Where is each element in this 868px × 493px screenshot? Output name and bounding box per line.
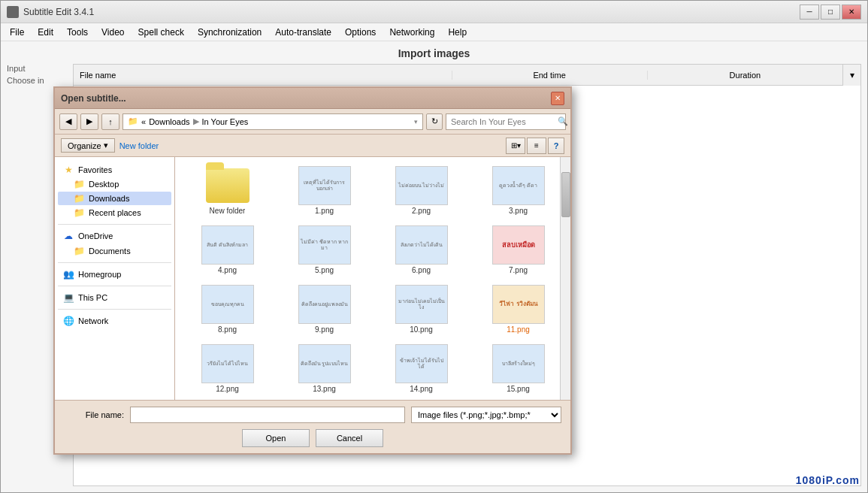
network-label: Network — [78, 316, 108, 325]
list-item[interactable]: ไม่มีค่า ชีดหาก หากมา 5.png — [278, 222, 370, 277]
menu-options[interactable]: Options — [339, 26, 382, 39]
dialog-title-bar: Open subtitle... ✕ — [55, 88, 570, 109]
list-item[interactable]: ข้าพเจ้าไม่ได้รับไปได้ 14.png — [375, 341, 467, 396]
file-thumb-1: เหตุที่ไม่ได้รับการบอกเล่า — [298, 166, 351, 205]
file-grid-container: New folder เหตุที่ไม่ได้รับการบอกเล่า 1.… — [175, 157, 570, 400]
nav-downloads[interactable]: 📁 Downloads — [58, 192, 171, 205]
organize-button[interactable]: Organize ▾ — [61, 138, 115, 153]
input-label: Input — [7, 64, 67, 73]
file-name: 10.png — [410, 325, 433, 334]
list-item[interactable]: New folder — [181, 163, 274, 218]
file-name: 12.png — [216, 385, 239, 393]
menu-spellcheck[interactable]: Spell check — [132, 26, 190, 39]
maximize-button[interactable]: □ — [821, 5, 840, 20]
view-toggle-button[interactable]: ⊞▾ — [506, 138, 525, 154]
network-icon: 🌐 — [62, 316, 74, 326]
dialog-buttons: Open Cancel — [64, 429, 561, 447]
file-thumb-8: ขอบคุณทุกคน — [201, 285, 254, 324]
list-item[interactable]: สันติ ตันสิงห์กมลา 4.png — [181, 222, 274, 277]
open-subtitle-dialog: Open subtitle... ✕ ◀ ▶ ↑ 📁 « Downloads ▶… — [53, 86, 572, 455]
path-part-downloads[interactable]: Downloads — [149, 117, 189, 126]
app-icon — [7, 6, 19, 18]
menu-help[interactable]: Help — [442, 26, 473, 39]
search-box: 🔍 — [446, 113, 566, 130]
organize-label: Organize — [68, 141, 101, 150]
documents-folder-icon: 📁 — [73, 246, 85, 256]
new-folder-button[interactable]: New folder — [119, 141, 159, 150]
nav-homegroup[interactable]: 👥 Homegroup — [58, 268, 171, 281]
search-input[interactable] — [451, 117, 555, 126]
file-name: 6.png — [412, 266, 431, 274]
nav-sep-1 — [58, 224, 171, 225]
file-thumb-5: ไม่มีค่า ชีดหาก หากมา — [298, 225, 351, 265]
path-dropdown-arrow[interactable]: ▾ — [414, 118, 418, 126]
list-item[interactable]: สังเกตว่าไม่ได้เดิน 6.png — [375, 222, 467, 277]
filetype-select[interactable]: Image files (*.png;*.jpg;*.bmp;* — [411, 407, 561, 423]
file-thumb-14: ข้าพเจ้าไม่ได้รับไปได้ — [395, 344, 448, 383]
list-item[interactable]: คิดถึงคนอยู่แพลงมัน 9.png — [278, 282, 370, 337]
file-name: 7.png — [509, 266, 528, 274]
onedrive-label: OneDrive — [78, 231, 113, 240]
list-item[interactable]: บาลีสร้างใหม่ๆ 15.png — [472, 341, 564, 396]
path-part-ineyes[interactable]: In Your Eyes — [202, 117, 249, 126]
table-more-btn[interactable]: ▾ — [842, 65, 860, 86]
file-name: 3.png — [509, 207, 528, 215]
list-item[interactable]: คิดถึงมัน รูปแบบไหน 13.png — [278, 341, 370, 396]
filename-input[interactable] — [130, 407, 405, 423]
nav-recent-places[interactable]: 📁 Recent places — [58, 206, 171, 219]
nav-tree: ★ Favorites 📁 Desktop 📁 Downloads 📁 — [55, 157, 175, 400]
file-name: 1.png — [315, 207, 334, 215]
file-thumb-9: คิดถึงคนอยู่แพลงมัน — [298, 285, 351, 324]
desktop-label: Desktop — [89, 180, 119, 189]
refresh-button[interactable]: ↻ — [426, 113, 443, 130]
favorites-section: ★ Favorites 📁 Desktop 📁 Downloads 📁 — [58, 163, 171, 219]
nav-documents[interactable]: 📁 Documents — [58, 244, 171, 258]
close-button[interactable]: ✕ — [842, 5, 861, 20]
menu-video[interactable]: Video — [95, 26, 130, 39]
cancel-button[interactable]: Cancel — [316, 429, 383, 447]
menu-networking[interactable]: Networking — [383, 26, 440, 39]
scrollbar-track[interactable] — [560, 157, 570, 400]
nav-network[interactable]: 🌐 Network — [58, 314, 171, 328]
path-bar[interactable]: 📁 « Downloads ▶ In Your Eyes ▾ — [122, 113, 423, 130]
dialog-close-button[interactable]: ✕ — [551, 92, 564, 105]
file-thumb-4: สันติ ตันสิงห์กมลา — [201, 225, 254, 265]
nav-onedrive[interactable]: ☁ OneDrive — [58, 229, 171, 243]
menu-edit[interactable]: Edit — [32, 26, 59, 39]
view-controls: ⊞▾ ≡ ? — [506, 138, 564, 154]
search-icon: 🔍 — [558, 116, 568, 126]
forward-button[interactable]: ▶ — [80, 113, 98, 130]
star-icon: ★ — [62, 165, 74, 175]
list-item[interactable]: วรียังไม่ได้ไปไหน 12.png — [181, 341, 274, 396]
nav-this-pc[interactable]: 💻 This PC — [58, 291, 171, 304]
nav-desktop[interactable]: 📁 Desktop — [58, 177, 171, 191]
menu-autotranslate[interactable]: Auto-translate — [269, 26, 337, 39]
up-button[interactable]: ↑ — [101, 113, 119, 130]
back-button[interactable]: ◀ — [59, 113, 77, 130]
dialog-actions-bar: Organize ▾ New folder ⊞▾ ≡ ? — [55, 135, 570, 157]
filename-row: File name: Image files (*.png;*.jpg;*.bm… — [64, 407, 561, 423]
list-item[interactable]: ไม่ค่อยบน ไม่ว่างไม่ 2.png — [375, 163, 467, 218]
menu-file[interactable]: File — [4, 26, 30, 39]
details-view-button[interactable]: ≡ — [527, 138, 546, 154]
nav-favorites[interactable]: ★ Favorites — [58, 163, 171, 177]
choose-label: Choose in — [7, 76, 67, 85]
scrollbar-thumb[interactable] — [561, 172, 570, 217]
open-button[interactable]: Open — [242, 429, 310, 447]
list-item[interactable]: สลบเหมือด 7.png — [472, 222, 564, 277]
folder-blue-icon: 📁 — [73, 179, 85, 189]
table-header: File name End time Duration ▾ — [74, 65, 860, 86]
menu-sync[interactable]: Synchronization — [192, 26, 268, 39]
list-item[interactable]: ขอบคุณทุกคน 8.png — [181, 282, 274, 337]
list-item[interactable]: ดูดวงน้ำดีๆ ดีดา 3.png — [472, 163, 564, 218]
minimize-button[interactable]: ─ — [800, 5, 819, 20]
help-button[interactable]: ? — [548, 138, 564, 154]
menu-tools[interactable]: Tools — [61, 26, 94, 39]
list-item[interactable]: เหตุที่ไม่ได้รับการบอกเล่า 1.png — [278, 163, 370, 218]
homegroup-icon: 👥 — [62, 269, 74, 280]
col-endtime: End time — [452, 71, 648, 80]
list-item[interactable]: มาก่อนไม่เคยไม่เป็น ไง 10.png — [375, 282, 467, 337]
menu-bar: File Edit Tools Video Spell check Synchr… — [1, 23, 867, 41]
path-prefix: « — [141, 117, 146, 126]
list-item[interactable]: วีไฟา รวิงตัมน 11.png — [472, 282, 564, 337]
